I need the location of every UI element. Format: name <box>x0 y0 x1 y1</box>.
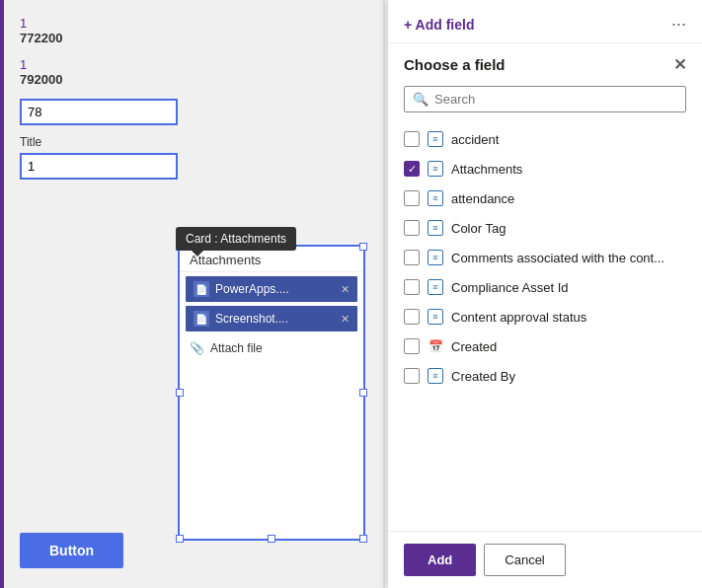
field-checkbox[interactable] <box>404 338 420 354</box>
attachments-card: Attachments 📄 PowerApps.... ✕ 📄 Screensh… <box>178 245 365 541</box>
field-type-icon: ≡ <box>428 250 443 265</box>
field-name: Comments associated with the cont... <box>451 251 686 265</box>
add-button[interactable]: Add <box>404 544 476 576</box>
field-type-icon: ≡ <box>428 161 443 177</box>
stat-number-2: 1 <box>20 57 363 72</box>
left-panel: 1 772200 1 792000 Title Card : Attachmen… <box>0 0 385 588</box>
field-item[interactable]: 📅Created <box>388 331 702 361</box>
input-field-2[interactable] <box>20 153 178 180</box>
field-name: Attachments <box>451 162 686 177</box>
field-type-icon: ≡ <box>428 131 443 147</box>
field-item[interactable]: ≡Created By <box>388 361 702 391</box>
stat-value-1: 772200 <box>20 31 363 45</box>
field-name: Color Tag <box>451 221 686 236</box>
accent-bar <box>0 0 4 588</box>
field-item[interactable]: ≡Compliance Asset Id <box>388 272 702 302</box>
attachment-close-2[interactable]: ✕ <box>341 313 350 326</box>
attach-file-row[interactable]: 📎 Attach file <box>180 335 363 361</box>
field-checkbox[interactable] <box>404 279 420 295</box>
panel-header: + Add field ··· <box>388 0 702 43</box>
resize-handle-mr[interactable] <box>359 389 367 397</box>
attachment-item-1[interactable]: 📄 PowerApps.... ✕ <box>186 276 357 302</box>
right-panel: + Add field ··· Choose a field ✕ 🔍 ≡acci… <box>388 0 702 588</box>
resize-handle-bl[interactable] <box>176 535 184 543</box>
search-icon: 🔍 <box>413 92 429 107</box>
attach-icon-2: 📄 <box>194 311 209 327</box>
choose-field-label: Choose a field <box>404 56 506 73</box>
field-name: Created <box>451 339 686 354</box>
field-item[interactable]: ≡accident <box>388 124 702 154</box>
field-item[interactable]: ≡Comments associated with the cont... <box>388 243 702 272</box>
field-type-icon: ≡ <box>428 190 443 206</box>
stat-block-2: 1 792000 <box>20 57 363 87</box>
resize-handle-tr[interactable] <box>359 243 367 251</box>
field-name: Content approval status <box>451 310 686 325</box>
more-options-icon[interactable]: ··· <box>671 14 686 35</box>
paperclip-icon: 📎 <box>190 341 204 355</box>
field-type-icon: ≡ <box>428 220 443 236</box>
field-checkbox[interactable] <box>404 309 420 325</box>
add-field-label: + Add field <box>404 17 474 33</box>
field-checkbox[interactable] <box>404 131 420 147</box>
field-name: accident <box>451 132 686 147</box>
field-name: Created By <box>451 369 686 384</box>
field-name: Compliance Asset Id <box>451 280 686 295</box>
cancel-button[interactable]: Cancel <box>484 544 565 576</box>
field-item[interactable]: ≡attendance <box>388 184 702 213</box>
field-checkbox[interactable] <box>404 368 420 384</box>
field-checkbox[interactable] <box>404 220 420 236</box>
field-item[interactable]: ≡Content approval status <box>388 302 702 331</box>
field-list: ≡accident≡Attachments≡attendance≡Color T… <box>388 120 702 531</box>
field-checkbox[interactable] <box>404 190 420 206</box>
field-checkbox[interactable] <box>404 161 420 177</box>
attachment-item-2[interactable]: 📄 Screenshot.... ✕ <box>186 306 357 331</box>
resize-handle-bc[interactable] <box>268 535 275 543</box>
field-type-icon: ≡ <box>428 309 443 325</box>
field-name: attendance <box>451 191 686 206</box>
form-label: Title <box>20 135 363 149</box>
field-item[interactable]: ≡Attachments <box>388 154 702 184</box>
field-item[interactable]: ≡Color Tag <box>388 213 702 243</box>
panel-footer: Add Cancel <box>388 531 702 588</box>
choose-field-title-bar: Choose a field ✕ <box>388 43 702 82</box>
attachment-close-1[interactable]: ✕ <box>341 283 350 296</box>
field-type-icon: ≡ <box>428 279 443 295</box>
stat-number-1: 1 <box>20 16 363 31</box>
attach-file-label: Attach file <box>210 341 263 355</box>
resize-handle-br[interactable] <box>359 535 367 543</box>
add-field-header: + Add field <box>404 17 474 33</box>
field-type-icon: 📅 <box>428 338 443 354</box>
card-tooltip: Card : Attachments <box>176 227 296 251</box>
stat-block-1: 1 772200 <box>20 16 363 45</box>
resize-handle-ml[interactable] <box>176 389 184 397</box>
input-field-1[interactable] <box>20 99 178 125</box>
stat-value-2: 792000 <box>20 72 363 87</box>
form-area: Title <box>20 99 363 180</box>
attachment-name-1: PowerApps.... <box>215 282 289 296</box>
attachment-name-2: Screenshot.... <box>215 312 288 326</box>
field-type-icon: ≡ <box>428 368 443 384</box>
bottom-button[interactable]: Button <box>20 533 123 568</box>
search-input[interactable] <box>434 92 677 107</box>
search-box[interactable]: 🔍 <box>404 86 686 112</box>
field-checkbox[interactable] <box>404 250 420 265</box>
attach-icon-1: 📄 <box>194 281 209 297</box>
close-button[interactable]: ✕ <box>673 55 686 74</box>
